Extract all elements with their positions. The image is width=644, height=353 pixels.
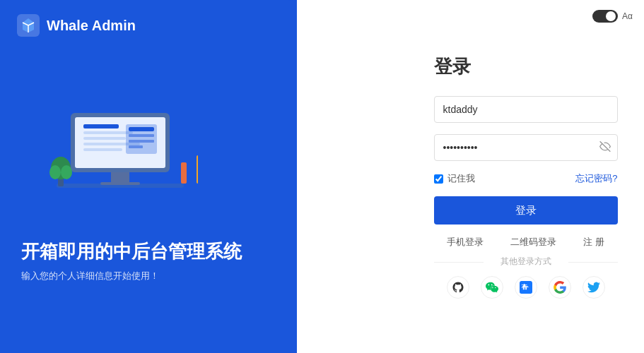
svg-rect-3 <box>100 182 140 185</box>
form-options: 记住我 忘记密码? <box>434 172 618 185</box>
register-link[interactable]: 注 册 <box>583 236 604 249</box>
svg-point-18 <box>49 165 61 179</box>
twitter-icon[interactable] <box>582 276 605 299</box>
remember-me-label[interactable]: 记住我 <box>434 172 475 185</box>
svg-rect-22 <box>197 155 198 184</box>
left-subtitle: 输入您的个人详细信息开始使用！ <box>21 270 242 282</box>
svg-rect-10 <box>83 148 122 151</box>
password-input[interactable] <box>434 134 618 161</box>
phone-login-link[interactable]: 手机登录 <box>447 236 484 249</box>
svg-rect-14 <box>129 140 154 143</box>
login-form: 登录 记住我 忘记密码? 登录 手机登录 二维码登录 <box>434 54 618 299</box>
app-name: Whale Admin <box>47 18 136 34</box>
remember-me-checkbox[interactable] <box>434 174 443 184</box>
monitor-wrap <box>21 85 219 198</box>
svg-rect-12 <box>129 127 154 131</box>
qrcode-login-link[interactable]: 二维码登录 <box>510 236 556 249</box>
remember-me-text: 记住我 <box>447 172 475 185</box>
google-icon[interactable] <box>549 276 571 299</box>
logo-icon <box>17 14 40 37</box>
theme-toggle[interactable] <box>592 10 618 23</box>
password-group <box>434 134 618 161</box>
svg-rect-15 <box>129 145 143 148</box>
forgot-password-link[interactable]: 忘记密码? <box>575 172 617 185</box>
illustration <box>21 85 219 205</box>
login-title: 登录 <box>434 54 618 79</box>
svg-rect-6 <box>83 124 119 128</box>
username-input[interactable] <box>434 96 618 123</box>
monitor-svg <box>42 85 198 198</box>
lang-toggle[interactable]: Aα <box>622 11 633 21</box>
svg-rect-21 <box>189 152 194 184</box>
alipay-icon[interactable] <box>515 276 537 299</box>
divider: 其他登录方式 <box>434 256 618 268</box>
social-icons <box>434 276 618 299</box>
left-panel: Whale Admin <box>0 0 297 353</box>
username-group <box>434 96 618 123</box>
svg-rect-13 <box>129 134 154 137</box>
wechat-icon[interactable] <box>481 276 503 299</box>
svg-point-19 <box>61 165 72 179</box>
left-title: 开箱即用的中后台管理系统 <box>21 239 242 264</box>
password-visibility-toggle[interactable] <box>599 141 611 155</box>
svg-rect-8 <box>83 137 126 140</box>
other-login-label: 其他登录方式 <box>500 256 551 266</box>
github-icon[interactable] <box>447 276 469 299</box>
other-login-links: 手机登录 二维码登录 注 册 <box>434 236 618 249</box>
login-button[interactable]: 登录 <box>434 196 618 225</box>
svg-rect-7 <box>83 131 133 134</box>
right-panel: Aα 登录 记住我 忘记密码? 登录 手 <box>297 0 644 353</box>
svg-rect-20 <box>181 162 187 184</box>
header: Whale Admin <box>0 0 297 51</box>
left-text: 开箱即用的中后台管理系统 输入您的个人详细信息开始使用！ <box>21 239 242 282</box>
top-right-controls: Aα <box>592 10 633 23</box>
